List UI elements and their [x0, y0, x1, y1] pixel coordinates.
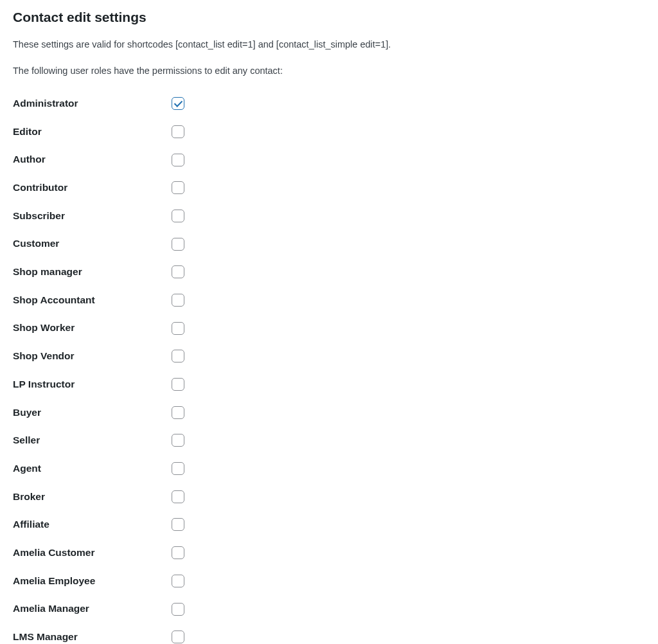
role-row: Editor [13, 125, 645, 139]
role-row: Buyer [13, 406, 645, 420]
role-checkbox-wrap [172, 97, 184, 110]
role-row: Agent [13, 461, 645, 476]
role-checkbox-wrap [172, 462, 184, 475]
role-checkbox[interactable] [172, 378, 184, 391]
roles-permissions-note: The following user roles have the permis… [13, 64, 645, 77]
role-checkbox-wrap [172, 321, 184, 334]
role-checkbox-wrap [172, 434, 184, 447]
role-label: Amelia Customer [13, 546, 172, 560]
role-checkbox-wrap [172, 406, 184, 418]
role-label: Shop Accountant [13, 293, 172, 307]
role-checkbox[interactable] [172, 210, 184, 222]
section-heading: Contact edit settings [13, 8, 645, 26]
role-label: Buyer [13, 406, 172, 420]
role-checkbox[interactable] [172, 406, 184, 419]
role-checkbox[interactable] [172, 154, 184, 166]
role-checkbox-wrap [172, 125, 184, 138]
role-checkbox[interactable] [172, 125, 184, 138]
role-label: LP Instructor [13, 377, 172, 391]
role-row: Administrator [13, 96, 645, 111]
role-checkbox[interactable] [172, 518, 184, 531]
role-checkbox[interactable] [172, 434, 184, 447]
role-checkbox-wrap [172, 575, 184, 587]
role-checkbox[interactable] [172, 322, 184, 335]
role-row: Shop Accountant [13, 293, 645, 307]
role-checkbox-wrap [172, 237, 184, 250]
settings-description: These settings are valid for shortcodes … [13, 38, 645, 51]
role-row: Subscriber [13, 209, 645, 223]
role-checkbox-wrap [172, 631, 184, 643]
role-label: Amelia Manager [13, 602, 172, 616]
role-checkbox-wrap [172, 490, 184, 503]
role-label: Author [13, 152, 172, 166]
role-checkbox[interactable] [172, 490, 184, 503]
role-checkbox-wrap [172, 265, 184, 278]
role-row: Seller [13, 433, 645, 447]
role-checkbox[interactable] [172, 97, 184, 110]
role-label: Subscriber [13, 209, 172, 223]
role-row: Customer [13, 237, 645, 251]
role-checkbox[interactable] [172, 603, 184, 616]
role-label: Affiliate [13, 517, 172, 532]
role-row: Contributor [13, 181, 645, 195]
role-checkbox[interactable] [172, 462, 184, 475]
role-checkbox[interactable] [172, 238, 184, 251]
role-row: LP Instructor [13, 377, 645, 391]
role-checkbox-wrap [172, 350, 184, 362]
role-checkbox-wrap [172, 181, 184, 194]
role-label: Editor [13, 125, 172, 139]
role-label: Administrator [13, 96, 172, 111]
role-row: Shop Worker [13, 321, 645, 335]
role-checkbox-wrap [172, 518, 184, 531]
role-row: LMS Manager [13, 630, 645, 644]
role-checkbox-wrap [172, 602, 184, 615]
role-label: Shop manager [13, 265, 172, 279]
role-label: Shop Worker [13, 321, 172, 335]
role-row: Broker [13, 490, 645, 504]
role-row: Amelia Employee [13, 574, 645, 588]
role-checkbox-wrap [172, 210, 184, 222]
role-checkbox-wrap [172, 378, 184, 391]
role-row: Shop manager [13, 265, 645, 279]
role-label: Agent [13, 461, 172, 476]
role-checkbox[interactable] [172, 265, 184, 278]
role-label: LMS Manager [13, 630, 172, 644]
role-row: Author [13, 152, 645, 166]
role-checkbox-wrap [172, 546, 184, 559]
role-row: Amelia Customer [13, 546, 645, 560]
role-label: Broker [13, 490, 172, 504]
role-label: Amelia Employee [13, 574, 172, 588]
role-row: Affiliate [13, 517, 645, 532]
role-label: Customer [13, 237, 172, 251]
role-checkbox[interactable] [172, 575, 184, 587]
role-row: Amelia Manager [13, 602, 645, 616]
role-checkbox[interactable] [172, 181, 184, 194]
role-checkbox-wrap [172, 153, 184, 166]
role-checkbox[interactable] [172, 350, 184, 362]
role-label: Shop Vendor [13, 349, 172, 363]
role-label: Seller [13, 433, 172, 447]
role-label: Contributor [13, 181, 172, 195]
role-checkbox[interactable] [172, 546, 184, 559]
role-row: Shop Vendor [13, 349, 645, 363]
role-checkbox-wrap [172, 294, 184, 307]
role-checkbox[interactable] [172, 631, 184, 643]
role-checkbox[interactable] [172, 294, 184, 307]
roles-table: AdministratorEditorAuthorContributorSubs… [13, 96, 645, 644]
